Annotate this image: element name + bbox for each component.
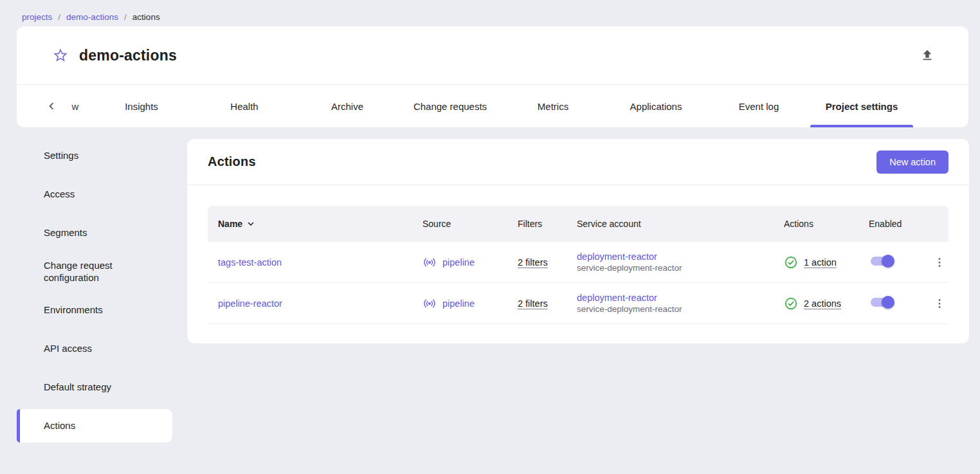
filters-count[interactable]: 2 filters xyxy=(518,298,548,309)
column-header-actions: Actions xyxy=(784,219,869,229)
tab-project-settings[interactable]: Project settings xyxy=(810,85,913,127)
column-header-filters: Filters xyxy=(518,219,577,229)
column-header-name[interactable]: Name xyxy=(218,218,422,230)
action-name-link[interactable]: tags-test-action xyxy=(218,257,282,268)
more-vert-icon xyxy=(933,297,946,310)
more-vert-icon xyxy=(933,256,946,269)
tab-archive[interactable]: Archive xyxy=(296,85,399,127)
chevron-left-icon xyxy=(44,99,59,113)
tab-applications[interactable]: Applications xyxy=(604,85,707,127)
enabled-toggle[interactable] xyxy=(869,253,894,269)
sidebar-item-environments[interactable]: Environments xyxy=(17,291,172,329)
table-row: pipeline-reactor pipeline 2 filters depl… xyxy=(208,283,948,324)
service-account-link[interactable]: deployment-reactor xyxy=(577,251,784,262)
breadcrumb-current: actions xyxy=(132,12,160,22)
service-account-subtext: service-deployment-reactor xyxy=(577,304,784,314)
column-header-source: Source xyxy=(422,219,518,229)
settings-sidebar: Settings Access Segments Change request … xyxy=(17,127,172,445)
source-link[interactable]: pipeline xyxy=(442,298,475,309)
column-header-name-label: Name xyxy=(218,219,242,229)
actions-title: Actions xyxy=(208,154,256,169)
column-header-enabled: Enabled xyxy=(869,219,925,229)
sensors-icon xyxy=(422,255,437,269)
tab-metrics[interactable]: Metrics xyxy=(502,85,604,127)
sidebar-item-segments[interactable]: Segments xyxy=(17,214,172,252)
sensors-icon xyxy=(422,296,437,311)
toggle-thumb xyxy=(882,255,894,268)
action-name-link[interactable]: pipeline-reactor xyxy=(218,298,282,309)
actions-card: Actions New action Name Source Filters S… xyxy=(187,139,969,343)
check-circle-icon xyxy=(784,296,798,311)
service-account-subtext: service-deployment-reactor xyxy=(577,263,784,273)
service-account-link[interactable]: deployment-reactor xyxy=(577,293,784,303)
breadcrumb: projects / demo-actions / actions xyxy=(0,0,980,22)
tab-event-log[interactable]: Event log xyxy=(707,85,810,127)
favorite-button[interactable] xyxy=(51,46,69,64)
tab-overview-truncated[interactable]: w xyxy=(60,85,90,127)
column-header-service-account: Service account xyxy=(577,219,784,229)
toggle-thumb xyxy=(882,296,894,309)
row-menu-button[interactable] xyxy=(930,295,948,313)
project-header-card: demo-actions w Insights Health Archive C… xyxy=(17,26,968,127)
table-row: tags-test-action pipeline 2 filters depl… xyxy=(208,242,948,283)
star-outline-icon xyxy=(52,47,69,64)
sidebar-item-settings[interactable]: Settings xyxy=(17,136,172,175)
check-circle-icon xyxy=(784,255,798,269)
actions-card-header: Actions New action xyxy=(187,139,969,185)
enabled-toggle[interactable] xyxy=(869,295,894,310)
sort-chevron-down-icon xyxy=(245,218,257,230)
sidebar-item-access[interactable]: Access xyxy=(17,175,172,214)
new-action-button[interactable]: New action xyxy=(876,150,948,174)
actions-count[interactable]: 1 action xyxy=(804,257,837,268)
actions-count[interactable]: 2 actions xyxy=(804,298,841,309)
breadcrumb-link-projects[interactable]: projects xyxy=(22,12,52,22)
tab-insights[interactable]: Insights xyxy=(90,85,193,127)
project-header: demo-actions xyxy=(17,26,968,84)
table-header-row: Name Source Filters Service account Acti… xyxy=(208,206,948,242)
upload-icon xyxy=(920,48,934,62)
breadcrumb-separator: / xyxy=(124,12,127,22)
sidebar-item-default-strategy[interactable]: Default strategy xyxy=(17,368,172,406)
source-link[interactable]: pipeline xyxy=(442,257,475,268)
filters-count[interactable]: 2 filters xyxy=(518,257,548,268)
project-tabs: w Insights Health Archive Change request… xyxy=(17,84,968,127)
content: Settings Access Segments Change request … xyxy=(0,127,980,445)
tab-health[interactable]: Health xyxy=(193,85,296,127)
breadcrumb-link-project[interactable]: demo-actions xyxy=(66,12,118,22)
sidebar-item-change-request-configuration[interactable]: Change request configuration xyxy=(17,252,172,291)
breadcrumb-separator: / xyxy=(58,12,60,22)
actions-table: Name Source Filters Service account Acti… xyxy=(187,185,969,343)
tab-change-requests[interactable]: Change requests xyxy=(399,85,502,127)
sidebar-item-api-access[interactable]: API access xyxy=(17,329,172,368)
tabs-scroll-left-button[interactable] xyxy=(42,97,60,115)
row-menu-button[interactable] xyxy=(930,253,948,271)
export-button[interactable] xyxy=(918,46,936,64)
sidebar-item-actions[interactable]: Actions xyxy=(17,409,172,442)
page-title: demo-actions xyxy=(79,47,177,64)
